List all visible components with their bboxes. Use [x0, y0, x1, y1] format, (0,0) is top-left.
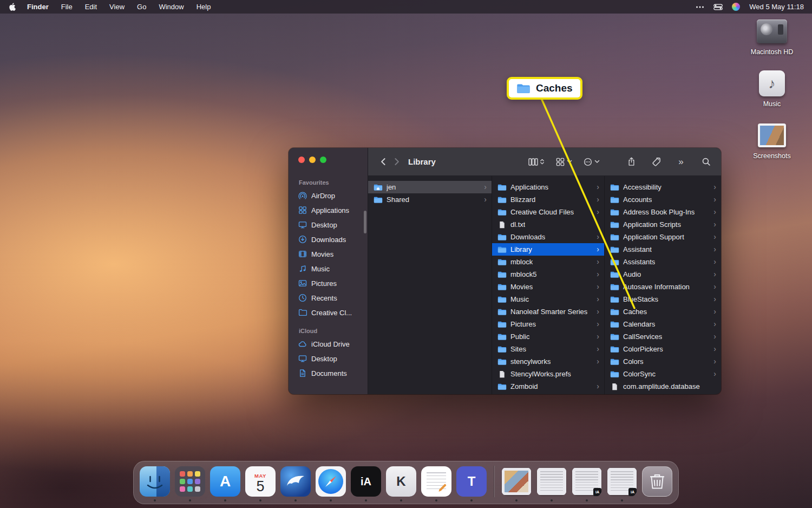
close-button[interactable] — [298, 157, 305, 163]
file-row-pictures[interactable]: Pictures› — [492, 318, 604, 330]
file-row-assistants[interactable]: Assistants› — [605, 256, 721, 268]
group-by-control[interactable] — [555, 158, 572, 166]
file-row-zomboid[interactable]: Zomboid› — [492, 380, 604, 393]
sidebar-item-recents[interactable]: Recents — [292, 291, 364, 305]
control-center-icon[interactable] — [713, 4, 723, 10]
dock-safari[interactable] — [316, 466, 346, 497]
dock-launchpad[interactable] — [175, 466, 205, 497]
file-row-com-amplitude-database[interactable]: com.amplitude.database — [605, 380, 721, 393]
file-row-colorpickers[interactable]: ColorPickers› — [605, 343, 721, 355]
tags-icon[interactable] — [650, 155, 663, 168]
dock-finder[interactable] — [140, 466, 170, 497]
sidebar-item-icloud-drive[interactable]: iCloud Drive — [292, 337, 364, 351]
sidebar-item-music[interactable]: Music — [292, 262, 364, 276]
dock-window-preview-doc-1[interactable] — [536, 466, 567, 497]
desktop-icon-screenshots[interactable]: Screenshots — [738, 122, 806, 160]
file-row-application-scripts[interactable]: Application Scripts› — [605, 218, 721, 231]
file-row-nanoleaf-smarter-series[interactable]: Nanoleaf Smarter Series› — [492, 305, 604, 318]
chevron-right-icon: › — [597, 196, 599, 204]
file-row-autosave-information[interactable]: Autosave Information› — [605, 281, 721, 293]
sidebar-item-movies[interactable]: Movies — [292, 247, 364, 261]
dock-calendar[interactable]: MAY5 — [245, 466, 276, 497]
folder-icon — [497, 296, 507, 303]
file-row-accessibility[interactable]: Accessibility› — [605, 181, 721, 193]
file-row-sites[interactable]: Sites› — [492, 343, 604, 355]
file-row-downloads[interactable]: Downloads› — [492, 231, 604, 243]
file-row-colors[interactable]: Colors› — [605, 355, 721, 368]
menu-edit[interactable]: Edit — [85, 3, 97, 11]
menu-view[interactable]: View — [109, 3, 125, 11]
apple-menu-icon[interactable] — [8, 3, 16, 11]
dock-kdenlive[interactable]: K — [386, 466, 416, 497]
sidebar-item-airdrop[interactable]: AirDrop — [292, 188, 364, 203]
siri-icon[interactable] — [732, 3, 740, 11]
share-icon[interactable] — [625, 155, 638, 168]
sidebar-item-applications[interactable]: Applications — [292, 203, 364, 217]
menu-window[interactable]: Window — [159, 3, 184, 11]
folder-icon — [610, 221, 620, 229]
sidebar-item-pictures[interactable]: Pictures — [292, 276, 364, 290]
menubar-extras-icon[interactable] — [696, 5, 704, 9]
file-row-colorsync[interactable]: ColorSync› — [605, 368, 721, 380]
menu-help[interactable]: Help — [197, 3, 211, 11]
dock-thunderbird[interactable] — [280, 466, 311, 497]
file-row-applications[interactable]: Applications› — [492, 181, 604, 193]
sidebar-item-documents[interactable]: Documents — [292, 366, 364, 380]
menu-finder[interactable]: Finder — [27, 3, 49, 11]
minimize-button[interactable] — [309, 157, 316, 163]
dock-ia-writer[interactable]: iA — [351, 466, 381, 497]
file-row-callservices[interactable]: CallServices› — [605, 330, 721, 343]
dock-teams[interactable]: T — [456, 466, 487, 497]
file-row-audio[interactable]: Audio› — [605, 268, 721, 281]
sidebar-item-desktop[interactable]: Desktop — [292, 351, 364, 366]
file-row-application-support[interactable]: Application Support› — [605, 231, 721, 243]
file-row-music[interactable]: Music› — [492, 293, 604, 305]
file-row-shared[interactable]: Shared› — [368, 193, 492, 206]
file-row-caches[interactable]: Caches› — [605, 305, 721, 318]
action-menu-control[interactable] — [583, 158, 600, 166]
file-row-movies[interactable]: Movies› — [492, 281, 604, 293]
dock-app-store[interactable]: A — [210, 466, 240, 497]
window-preview-photo-icon — [501, 466, 532, 497]
sidebar-item-label: Desktop — [311, 355, 337, 363]
sidebar-item-desktop[interactable]: Desktop — [292, 218, 364, 232]
desktop-icon-music[interactable]: ♪Music — [738, 70, 806, 108]
file-row-public[interactable]: Public› — [492, 330, 604, 343]
file-row-blizzard[interactable]: Blizzard› — [492, 193, 604, 206]
zoom-button[interactable] — [320, 157, 326, 163]
menu-go[interactable]: Go — [137, 3, 146, 11]
callout-caches: Caches — [507, 77, 582, 100]
file-row-calendars[interactable]: Calendars› — [605, 318, 721, 330]
desktop-icon-macintosh-hd[interactable]: Macintosh HD — [738, 18, 806, 56]
file-row-accounts[interactable]: Accounts› — [605, 193, 721, 206]
sidebar-item-creative-cl[interactable]: Creative Cl... — [292, 305, 364, 320]
view-columns-control[interactable] — [528, 158, 545, 166]
file-row-address-book-plug-ins[interactable]: Address Book Plug-Ins› — [605, 206, 721, 218]
ia-writer-icon: iA — [351, 466, 381, 497]
toolbar-overflow-icon[interactable]: » — [675, 155, 687, 168]
dock-window-preview-doc-3[interactable]: iA — [607, 466, 637, 497]
file-row-mblock5[interactable]: mblock5› — [492, 268, 604, 281]
file-row-assistant[interactable]: Assistant› — [605, 243, 721, 256]
search-icon[interactable] — [699, 155, 712, 168]
file-row-jen[interactable]: jen› — [368, 181, 492, 193]
dock-notes[interactable] — [421, 466, 451, 497]
file-row-dl-txt[interactable]: dl.txt — [492, 218, 604, 231]
file-row-creative-cloud-files[interactable]: Creative Cloud Files› — [492, 206, 604, 218]
sidebar-item-downloads[interactable]: Downloads — [292, 232, 364, 246]
menu-file[interactable]: File — [61, 3, 73, 11]
file-row-bluestacks[interactable]: BlueStacks› — [605, 293, 721, 305]
sidebar-scrollbar[interactable] — [364, 211, 366, 233]
dock-trash[interactable] — [642, 466, 672, 497]
menu-bar-clock[interactable]: Wed 5 May 11:18 — [749, 3, 804, 11]
forward-button[interactable] — [390, 155, 403, 168]
file-row-stencylworks[interactable]: stencylworks› — [492, 355, 604, 368]
folder-icon — [610, 233, 620, 241]
file-row-mblock[interactable]: mblock› — [492, 256, 604, 268]
file-row-stencylworks-prefs[interactable]: StencylWorks.prefs — [492, 368, 604, 380]
file-label: Downloads — [510, 233, 545, 241]
back-button[interactable] — [377, 155, 390, 168]
dock-window-preview-photo[interactable] — [501, 466, 532, 497]
file-row-library[interactable]: Library› — [492, 243, 604, 256]
dock-window-preview-doc-2[interactable]: iA — [572, 466, 602, 497]
